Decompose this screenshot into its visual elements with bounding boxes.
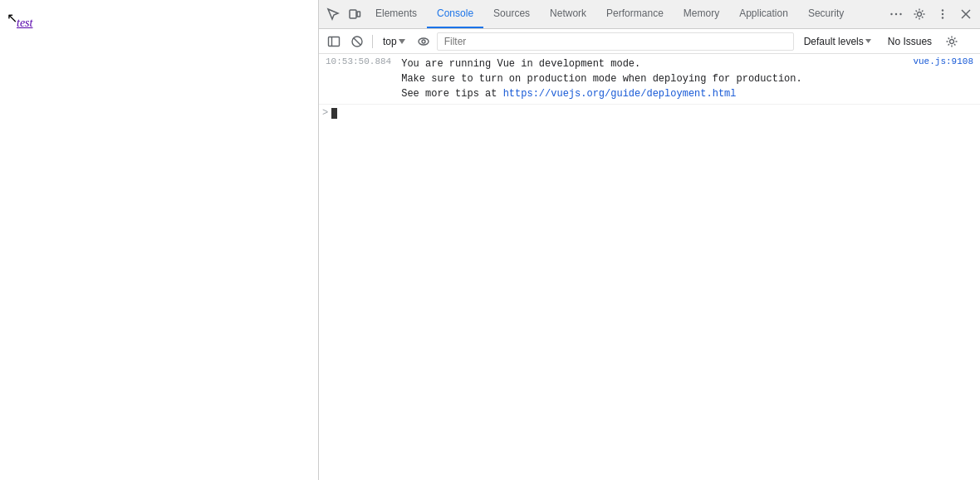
message-text-line2: Make sure to turn on production mode whe… <box>401 73 801 85</box>
tab-network[interactable]: Network <box>540 0 596 28</box>
default-levels-dropdown[interactable]: Default levels <box>797 34 878 49</box>
svg-point-5 <box>918 12 922 17</box>
tab-memory[interactable]: Memory <box>674 0 729 28</box>
prompt-caret: > <box>322 107 328 119</box>
svg-rect-11 <box>329 37 340 46</box>
console-toolbar: top Default levels No Issues <box>319 29 980 54</box>
devtools-tabs-list: Elements Console Sources Network Perform… <box>365 0 885 28</box>
more-tabs-button[interactable] <box>885 3 907 25</box>
tab-performance[interactable]: Performance <box>596 0 674 28</box>
tab-elements[interactable]: Elements <box>365 0 427 28</box>
page-background: ↖ test <box>0 0 316 480</box>
console-message-vue: 10:53:50.884 You are running Vue in deve… <box>319 54 980 105</box>
eye-filter-button[interactable] <box>414 32 434 51</box>
show-sidebar-button[interactable] <box>324 32 344 51</box>
default-levels-label: Default levels <box>804 36 864 47</box>
devtools-tab-bar: Elements Console Sources Network Perform… <box>319 0 980 29</box>
svg-point-15 <box>419 38 429 45</box>
no-issues-label: No Issues <box>888 36 932 47</box>
console-output: 10:53:50.884 You are running Vue in deve… <box>319 54 980 480</box>
context-label: top <box>383 36 397 47</box>
toolbar-divider-1 <box>372 35 373 48</box>
devtools-panel: Elements Console Sources Network Perform… <box>318 0 980 480</box>
svg-point-2 <box>890 13 892 15</box>
svg-rect-1 <box>357 12 360 17</box>
message-source[interactable]: vue.js:9108 <box>909 56 980 66</box>
message-text: You are running Vue in development mode.… <box>398 56 909 102</box>
svg-point-7 <box>942 13 943 15</box>
context-dropdown[interactable]: top <box>378 34 410 49</box>
deployment-guide-link[interactable]: https://vuejs.org/guide/deployment.html <box>503 88 737 100</box>
no-issues-button[interactable]: No Issues <box>881 34 938 49</box>
page-test-label[interactable]: test <box>17 17 32 30</box>
prompt-cursor <box>331 108 337 119</box>
svg-point-4 <box>899 13 901 15</box>
message-timestamp: 10:53:50.884 <box>319 56 398 66</box>
inspect-element-button[interactable] <box>322 3 344 25</box>
tab-application[interactable]: Application <box>729 0 798 28</box>
message-text-line3: See more tips at <box>401 88 502 100</box>
filter-input[interactable] <box>437 32 794 51</box>
devtools-tabs-right <box>885 3 977 25</box>
tab-security[interactable]: Security <box>798 0 854 28</box>
tab-sources[interactable]: Sources <box>483 0 540 28</box>
message-text-line1: You are running Vue in development mode. <box>401 58 640 70</box>
clear-console-button[interactable] <box>347 32 367 51</box>
svg-point-17 <box>950 39 954 43</box>
svg-point-16 <box>422 40 425 43</box>
tab-console[interactable]: Console <box>427 0 483 28</box>
console-prompt[interactable]: > <box>319 105 980 121</box>
devtools-more-button[interactable] <box>932 3 953 25</box>
issues-settings-button[interactable] <box>942 32 962 51</box>
svg-rect-0 <box>350 10 356 18</box>
devtools-close-button[interactable] <box>955 3 977 25</box>
svg-line-14 <box>354 38 360 45</box>
devtools-settings-button[interactable] <box>909 3 930 25</box>
svg-point-8 <box>942 17 943 18</box>
svg-point-3 <box>895 13 897 15</box>
svg-point-6 <box>942 9 943 11</box>
device-toolbar-button[interactable] <box>344 3 365 25</box>
